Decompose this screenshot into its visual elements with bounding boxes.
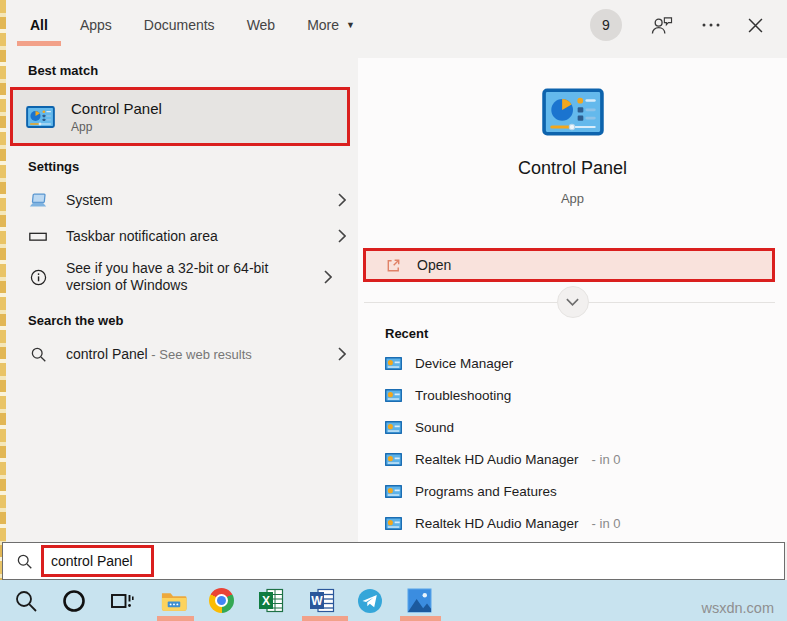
file-explorer-icon[interactable] [160, 587, 187, 614]
detail-divider [358, 286, 787, 319]
control-panel-mini-icon [385, 485, 402, 498]
search-web-header: Search the web [28, 313, 360, 328]
tab-documents[interactable]: Documents [142, 2, 217, 48]
search-icon [28, 346, 48, 363]
best-match-header: Best match [28, 63, 360, 78]
settings-item-label: See if you have a 32-bit or 64-bit versi… [66, 260, 306, 294]
tab-apps-label: Apps [80, 17, 112, 33]
recent-item-realtek-1[interactable]: Realtek HD Audio Manager - in 0 [358, 443, 787, 475]
settings-item-label: Taskbar notification area [66, 228, 320, 245]
control-panel-mini-icon [385, 421, 402, 434]
taskbar-search-box[interactable]: control Panel [2, 542, 785, 580]
taskbar-search-icon[interactable] [12, 587, 39, 614]
tab-apps[interactable]: Apps [78, 2, 114, 48]
open-external-icon [385, 257, 402, 274]
recent-item-suffix: - in 0 [592, 452, 621, 467]
recent-item-label: Realtek HD Audio Manager [415, 452, 579, 467]
chevron-down-icon: ▼ [346, 20, 355, 30]
recent-header: Recent [385, 326, 787, 341]
best-match-result[interactable]: Control Panel App [10, 87, 350, 146]
tab-all[interactable]: All [28, 2, 50, 48]
photos-icon[interactable] [406, 587, 433, 614]
more-options-icon[interactable] [701, 22, 721, 28]
chevron-right-icon[interactable] [324, 270, 332, 284]
web-search-suffix: - See web results [148, 347, 252, 362]
recent-item-label: Programs and Features [415, 484, 557, 499]
app-title: Control Panel [358, 158, 787, 179]
recent-item-device-manager[interactable]: Device Manager [358, 347, 787, 379]
search-icon [16, 553, 33, 570]
best-match-subtitle: App [71, 120, 162, 134]
web-search-query: control Panel [66, 346, 148, 362]
chevron-right-icon[interactable] [338, 229, 346, 243]
best-match-text: Control Panel App [71, 100, 162, 134]
svg-text:W: W [311, 594, 323, 608]
task-view-icon[interactable] [108, 587, 135, 614]
feedback-person-icon[interactable] [649, 15, 674, 36]
chevron-right-icon[interactable] [338, 193, 346, 207]
web-search-text: control Panel - See web results [66, 346, 320, 363]
settings-header: Settings [28, 159, 360, 174]
tab-documents-label: Documents [144, 17, 215, 33]
recent-item-label: Sound [415, 420, 454, 435]
running-indicator-word [302, 616, 348, 621]
settings-item-taskbar-notification[interactable]: Taskbar notification area [6, 218, 360, 254]
taskbar: X W [0, 580, 787, 621]
best-match-title: Control Panel [71, 100, 162, 117]
control-panel-mini-icon [385, 453, 402, 466]
watermark-text: wsxdn.com [701, 600, 774, 616]
web-results: control Panel - See web results [6, 336, 360, 372]
recent-item-sound[interactable]: Sound [358, 411, 787, 443]
control-panel-mini-icon [385, 357, 402, 370]
recent-item-label: Device Manager [415, 356, 513, 371]
control-panel-mini-icon [385, 517, 402, 530]
settings-item-32bit-64bit[interactable]: See if you have a 32-bit or 64-bit versi… [6, 254, 360, 300]
web-search-item[interactable]: control Panel - See web results [6, 336, 360, 372]
settings-item-system[interactable]: System [6, 182, 360, 218]
start-menu-search: All Apps Documents Web More ▼ 9 [0, 0, 787, 621]
open-button-label: Open [417, 257, 451, 273]
settings-results: System Taskbar notification area [6, 182, 360, 300]
telegram-icon[interactable] [356, 587, 383, 614]
recent-item-label: Realtek HD Audio Manager [415, 516, 579, 531]
recent-item-programs-features[interactable]: Programs and Features [358, 475, 787, 507]
recent-item-suffix: - in 0 [592, 516, 621, 531]
recent-item-label: Troubleshooting [415, 388, 511, 403]
tab-more[interactable]: More ▼ [305, 2, 357, 48]
search-query-annotation: control Panel [41, 545, 154, 577]
results-panel: Best match Control Panel App Set [6, 50, 360, 542]
chrome-icon[interactable] [208, 587, 235, 614]
open-button[interactable]: Open [363, 248, 775, 282]
taskbar-rect-icon [28, 228, 48, 245]
notification-count-badge[interactable]: 9 [590, 9, 622, 41]
control-panel-icon [26, 106, 55, 128]
app-subtitle: App [358, 191, 787, 206]
tab-all-label: All [30, 17, 48, 33]
detail-panel: Control Panel App Open Recent Devic [358, 58, 787, 542]
cortana-icon[interactable] [60, 587, 87, 614]
running-indicator-photos [400, 616, 441, 621]
tab-web-label: Web [247, 17, 276, 33]
search-header: All Apps Documents Web More ▼ 9 [6, 0, 787, 50]
system-icon [28, 192, 48, 209]
chevron-down-icon [565, 297, 580, 307]
control-panel-icon-large [542, 88, 604, 136]
expand-more-button[interactable] [557, 286, 589, 318]
running-indicator-explorer [157, 616, 194, 621]
tab-web[interactable]: Web [245, 2, 278, 48]
excel-icon[interactable]: X [257, 587, 284, 614]
search-input-value[interactable]: control Panel [51, 553, 133, 569]
tab-more-label: More [307, 17, 339, 33]
close-icon[interactable] [748, 18, 763, 33]
settings-item-label: System [66, 192, 320, 209]
svg-text:X: X [261, 594, 269, 608]
word-icon[interactable]: W [308, 587, 335, 614]
info-icon [28, 269, 48, 286]
recent-item-troubleshooting[interactable]: Troubleshooting [358, 379, 787, 411]
recent-item-realtek-2[interactable]: Realtek HD Audio Manager - in 0 [358, 507, 787, 539]
header-actions: 9 [590, 9, 763, 41]
search-filter-tabs: All Apps Documents Web More ▼ [28, 2, 357, 48]
chevron-right-icon[interactable] [338, 347, 346, 361]
control-panel-mini-icon [385, 389, 402, 402]
